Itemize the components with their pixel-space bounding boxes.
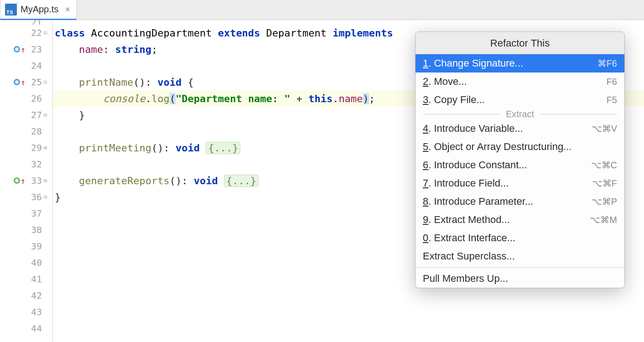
- fold-icon[interactable]: ⊟: [44, 79, 50, 85]
- popup-item[interactable]: 5. Object or Array Destructuring...: [415, 138, 624, 156]
- popup-item[interactable]: 9. Extract Method...⌥⌘M: [415, 211, 624, 229]
- line-number: 44: [0, 320, 52, 337]
- fold-icon[interactable]: ⊟: [44, 112, 50, 118]
- popup-item[interactable]: Extract Superclass...: [415, 247, 624, 265]
- line-number: 39: [0, 238, 52, 254]
- line-number: 24: [0, 57, 52, 74]
- gutter: 21 ⊟22 ↑23 24 ↑⊟25 26 ⊟27 28 ⊞29 32 ↑⊞33…: [0, 20, 53, 342]
- up-arrow-icon: ↑: [21, 45, 26, 54]
- tab-bar: MyApp.ts ✕: [0, 0, 644, 20]
- line-number: ⊟22: [0, 25, 52, 41]
- fold-icon[interactable]: ⊟: [44, 194, 50, 200]
- tab-filename: MyApp.ts: [21, 4, 58, 15]
- line-number: 28: [0, 123, 52, 140]
- keyboard-shortcut: ⌘F6: [597, 58, 617, 69]
- line-number: ↑23: [0, 41, 52, 57]
- popup-item[interactable]: 1. Change Signature...⌘F6: [415, 54, 624, 73]
- popup-item-label: 1. Change Signature...: [423, 57, 523, 69]
- up-arrow-icon: ↑: [21, 176, 26, 186]
- popup-item-label: 3. Copy File...: [423, 94, 485, 106]
- popup-item[interactable]: Pull Members Up...: [415, 269, 624, 288]
- keyboard-shortcut: F6: [607, 77, 617, 87]
- override-icon[interactable]: [14, 79, 20, 85]
- popup-title: Refactor This: [415, 32, 624, 54]
- popup-item[interactable]: 3. Copy File...F5: [415, 91, 624, 109]
- up-arrow-icon: ↑: [21, 78, 26, 87]
- popup-item-label: Extract Superclass...: [423, 250, 515, 262]
- popup-item-label: 8. Introduce Parameter...: [423, 196, 533, 207]
- popup-item-label: 5. Object or Array Destructuring...: [423, 141, 571, 153]
- popup-item-label: 9. Extract Method...: [423, 214, 510, 226]
- line-number: ⊟27: [0, 107, 52, 123]
- code-line[interactable]: [53, 304, 644, 320]
- popup-item[interactable]: 7. Introduce Field...⌥⌘F: [415, 174, 624, 192]
- line-number: ⊟36: [0, 189, 52, 205]
- line-number: 42: [0, 287, 52, 304]
- line-number: 32: [0, 156, 52, 172]
- keyboard-shortcut: ⌥⌘V: [592, 123, 617, 134]
- typescript-file-icon: [5, 4, 17, 16]
- code-line[interactable]: [53, 320, 644, 337]
- line-number: 37: [0, 205, 52, 222]
- popup-item-label: Pull Members Up...: [423, 273, 508, 285]
- close-icon[interactable]: ✕: [62, 5, 71, 14]
- folded-region[interactable]: {...}: [206, 142, 240, 154]
- popup-item-label: 2. Move...: [423, 76, 467, 88]
- line-number: ↑⊞33: [0, 172, 52, 189]
- refactor-popup: Refactor This 1. Change Signature...⌘F62…: [415, 31, 625, 288]
- line-number: 38: [0, 222, 52, 238]
- line-number: 26: [0, 90, 52, 107]
- popup-item-label: 6. Introduce Constant...: [423, 159, 527, 171]
- fold-icon[interactable]: ⊞: [44, 177, 50, 184]
- code-line[interactable]: [53, 20, 644, 25]
- popup-item-label: 0. Extract Interface...: [423, 232, 515, 244]
- popup-section-extract: Extract: [415, 109, 624, 119]
- line-number: 40: [0, 254, 52, 271]
- line-number: 41: [0, 271, 52, 287]
- override-icon[interactable]: [14, 46, 20, 52]
- line-number: ⊞29: [0, 140, 52, 156]
- popup-item[interactable]: 2. Move...F6: [415, 73, 624, 91]
- code-line[interactable]: [53, 287, 644, 304]
- line-number: ↑⊟25: [0, 74, 52, 90]
- line-number: 43: [0, 304, 52, 320]
- popup-item[interactable]: 8. Introduce Parameter...⌥⌘P: [415, 192, 624, 211]
- popup-item[interactable]: 4. Introduce Variable...⌥⌘V: [415, 119, 624, 138]
- popup-item-label: 4. Introduce Variable...: [423, 123, 523, 135]
- fold-icon[interactable]: ⊟: [44, 30, 50, 36]
- line-number: 21: [0, 20, 52, 25]
- popup-item[interactable]: 0. Extract Interface...: [415, 229, 624, 247]
- popup-item-label: 7. Introduce Field...: [423, 177, 509, 189]
- keyboard-shortcut: ⌥⌘M: [590, 214, 617, 225]
- implements-icon[interactable]: [14, 177, 20, 184]
- fold-icon[interactable]: ⊞: [44, 145, 50, 151]
- popup-separator: [415, 267, 624, 268]
- keyboard-shortcut: F5: [607, 95, 617, 105]
- keyboard-shortcut: ⌥⌘F: [592, 178, 617, 189]
- keyboard-shortcut: ⌥⌘C: [591, 160, 617, 171]
- folded-region[interactable]: {...}: [224, 175, 259, 187]
- popup-item[interactable]: 6. Introduce Constant...⌥⌘C: [415, 156, 624, 174]
- keyboard-shortcut: ⌥⌘P: [592, 196, 617, 207]
- editor-tab[interactable]: MyApp.ts ✕: [0, 0, 77, 20]
